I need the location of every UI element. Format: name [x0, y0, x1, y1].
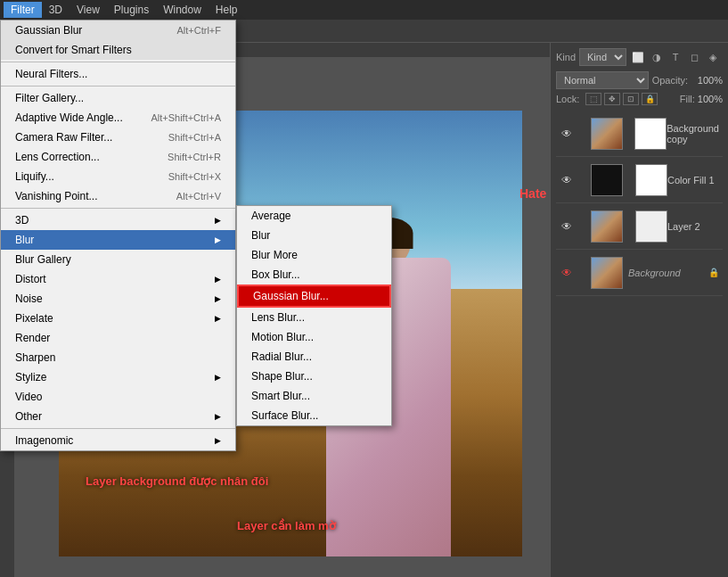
opacity-value: 100%: [691, 75, 723, 86]
blur-submenu: Average Blur Blur More Box Blur... Gauss…: [236, 205, 392, 426]
menu-help[interactable]: Help: [209, 2, 245, 18]
layer-name-bg-copy: Background copy: [667, 123, 719, 144]
filter-vanishing-point[interactable]: Vanishing Point... Alt+Ctrl+V: [1, 186, 235, 206]
filter-liquify[interactable]: Liquify... Shift+Ctrl+X: [1, 167, 235, 186]
menu-plugins[interactable]: Plugins: [107, 2, 156, 18]
blur-box[interactable]: Box Blur...: [237, 265, 391, 284]
filter-video[interactable]: Video: [1, 387, 235, 407]
filter-camera-raw[interactable]: Camera Raw Filter... Shift+Ctrl+A: [1, 128, 235, 147]
kind-text-icon[interactable]: T: [667, 49, 683, 65]
blur-blur[interactable]: Blur: [237, 226, 391, 245]
eye-icon-color-fill: 👁: [561, 174, 572, 186]
layer-name-background: Background: [628, 268, 705, 278]
kind-smart-icon[interactable]: ◈: [705, 49, 721, 65]
layer-visibility-color-fill[interactable]: 👁: [560, 173, 574, 187]
filter-3d[interactable]: 3D: [1, 210, 235, 230]
layer-name-color-fill: Color Fill 1: [667, 175, 719, 185]
lock-row: Lock: ⬚ ✥ ⊡ 🔒 Fill: 100%: [556, 93, 723, 105]
filter-neural[interactable]: Neural Filters...: [1, 64, 235, 84]
kind-label: Kind: [556, 52, 576, 62]
filter-sharpen[interactable]: Sharpen: [1, 348, 235, 367]
layer-item-layer2[interactable]: 👁 Layer 2: [556, 203, 723, 250]
layer-name-layer2: Layer 2: [667, 221, 719, 232]
blend-mode-select[interactable]: Normal: [556, 71, 649, 89]
filter-gaussian-blur-recent[interactable]: Gaussian Blur Alt+Ctrl+F: [1, 21, 235, 40]
filter-gallery[interactable]: Filter Gallery...: [1, 88, 235, 108]
filter-other[interactable]: Other: [1, 407, 235, 426]
blur-surface[interactable]: Surface Blur...: [237, 406, 391, 425]
blur-shape[interactable]: Shape Blur...: [237, 367, 391, 386]
right-panel: Properties Layers ≡ Kind Kind ⬜ ◑ T ◻ ◈ …: [550, 20, 728, 577]
blur-more[interactable]: Blur More: [237, 245, 391, 265]
blur-lens[interactable]: Lens Blur...: [237, 308, 391, 327]
separator-4: [1, 428, 235, 429]
filter-stylize[interactable]: Stylize: [1, 367, 235, 387]
menu-view[interactable]: View: [70, 2, 107, 18]
eye-icon-layer2: 👁: [561, 220, 572, 233]
separator-1: [1, 62, 235, 62]
layer-mask-bg-copy: [634, 118, 667, 150]
layer-lock-icon-background: 🔒: [708, 268, 719, 277]
filter-convert-smart[interactable]: Convert for Smart Filters: [1, 40, 235, 60]
opacity-label: Opacity:: [652, 75, 688, 86]
lock-pixel-btn[interactable]: ⬚: [585, 93, 601, 105]
lock-label: Lock:: [556, 94, 579, 104]
filter-adaptive-wide[interactable]: Adaptive Wide Angle... Alt+Shift+Ctrl+A: [1, 108, 235, 128]
eye-icon-background: 👁: [561, 267, 572, 279]
kind-icons: ⬜ ◑ T ◻ ◈ •: [630, 49, 728, 65]
fill-label: Fill:: [680, 94, 695, 104]
layer-thumb-layer2: [591, 210, 623, 243]
fill-value: 100%: [698, 94, 723, 104]
menu-3d[interactable]: 3D: [42, 2, 70, 18]
annotation-bg-layer: Layer background được nhân đôi: [86, 474, 268, 488]
blur-gaussian[interactable]: Gaussian Blur...: [237, 284, 391, 308]
filter-lens-correction[interactable]: Lens Correction... Shift+Ctrl+R: [1, 147, 235, 167]
blur-smart[interactable]: Smart Blur...: [237, 386, 391, 406]
layer-item-bg-copy[interactable]: 👁 Background copy: [556, 111, 723, 157]
hate-label: Hate: [519, 186, 546, 201]
filter-distort[interactable]: Distort: [1, 269, 235, 289]
blur-motion[interactable]: Motion Blur...: [237, 327, 391, 347]
filter-render[interactable]: Render: [1, 328, 235, 348]
layer-visibility-background[interactable]: 👁: [560, 266, 574, 280]
kind-more-icon[interactable]: •: [724, 49, 728, 65]
menu-bar: Filter 3D View Plugins Window Help: [0, 0, 728, 20]
filter-pixelate[interactable]: Pixelate: [1, 309, 235, 328]
layer-thumb-bg-copy: [591, 118, 623, 150]
kind-pixel-icon[interactable]: ⬜: [630, 49, 646, 65]
layer-mask-color-fill: [635, 164, 667, 196]
kind-select[interactable]: Kind: [579, 48, 626, 66]
layer-thumb-background: [591, 257, 623, 289]
layer-item-background[interactable]: 👁 Background 🔒: [556, 250, 723, 296]
lock-move-btn[interactable]: ✥: [604, 93, 620, 105]
lock-all-btn[interactable]: 🔒: [642, 93, 658, 105]
menu-filter[interactable]: Filter: [4, 2, 42, 18]
layer-mask-layer2: [635, 210, 667, 243]
separator-2: [1, 86, 235, 87]
kind-shape-icon[interactable]: ◻: [686, 49, 702, 65]
blur-average[interactable]: Average: [237, 206, 391, 226]
separator-3: [1, 208, 235, 209]
layer-visibility-layer2[interactable]: 👁: [560, 219, 574, 234]
menu-window[interactable]: Window: [156, 2, 209, 18]
annotation-layer2: Layer cần làm mờ: [237, 519, 336, 532]
layers-panel: Kind Kind ⬜ ◑ T ◻ ◈ • Normal Opacity: 10…: [551, 43, 728, 301]
filter-blur-highlighted[interactable]: Blur: [1, 230, 235, 250]
kind-adjust-icon[interactable]: ◑: [649, 49, 665, 65]
filter-dropdown: Gaussian Blur Alt+Ctrl+F Convert for Sma…: [0, 20, 236, 451]
lock-artboard-btn[interactable]: ⊡: [623, 93, 639, 105]
layer-item-color-fill[interactable]: 👁 Color Fill 1: [556, 157, 723, 203]
filter-blur-gallery[interactable]: Blur Gallery: [1, 250, 235, 269]
mode-row: Normal Opacity: 100%: [556, 71, 723, 89]
layer-thumb-color-fill: [591, 164, 623, 196]
kind-row: Kind Kind ⬜ ◑ T ◻ ◈ •: [556, 48, 723, 66]
eye-icon-bg-copy: 👁: [561, 128, 572, 140]
blur-radial[interactable]: Radial Blur...: [237, 347, 391, 367]
filter-imagenomic[interactable]: Imagenomic: [1, 431, 235, 450]
filter-noise[interactable]: Noise: [1, 289, 235, 309]
layer-visibility-bg-copy[interactable]: 👁: [560, 127, 574, 141]
